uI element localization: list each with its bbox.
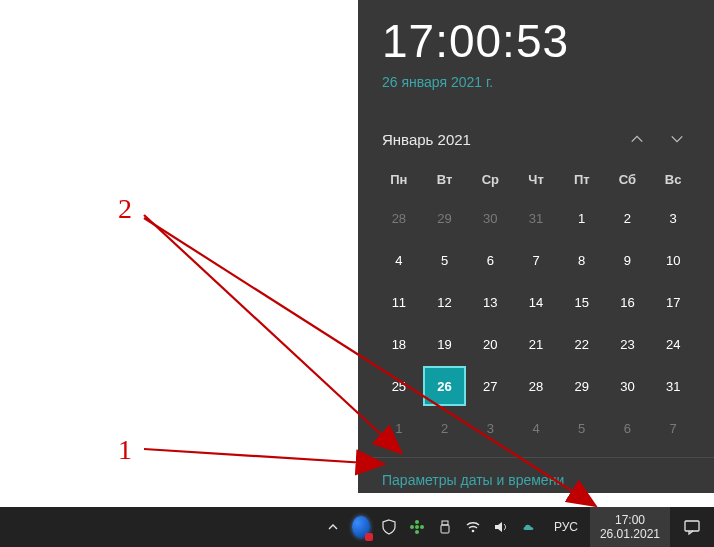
calendar-dow: Ср: [467, 166, 513, 197]
svg-rect-5: [442, 521, 448, 525]
app-tray-icon[interactable]: [408, 518, 426, 536]
calendar-day[interactable]: 2: [423, 408, 467, 448]
calendar-day[interactable]: 12: [423, 282, 467, 322]
calendar-dow: Вт: [422, 166, 468, 197]
prev-month-button[interactable]: [620, 122, 654, 156]
calendar-day[interactable]: 3: [651, 198, 695, 238]
taskbar-clock-time: 17:00: [600, 513, 660, 527]
calendar-day[interactable]: 28: [514, 366, 558, 406]
svg-rect-6: [441, 525, 449, 533]
date-time-settings-link[interactable]: Параметры даты и времени: [358, 457, 714, 502]
next-month-button[interactable]: [660, 122, 694, 156]
calendar-day[interactable]: 23: [606, 324, 650, 364]
calendar-day[interactable]: 31: [514, 198, 558, 238]
calendar-day[interactable]: 7: [651, 408, 695, 448]
calendar-day[interactable]: 29: [423, 198, 467, 238]
calendar-day[interactable]: 21: [514, 324, 558, 364]
annotation-label-1: 1: [118, 434, 132, 466]
volume-icon[interactable]: [492, 518, 510, 536]
month-header: Январь 2021: [358, 110, 714, 162]
calendar-day[interactable]: 28: [377, 198, 421, 238]
calendar-day[interactable]: 7: [514, 240, 558, 280]
calendar-day[interactable]: 10: [651, 240, 695, 280]
security-icon[interactable]: [380, 518, 398, 536]
calendar-day[interactable]: 30: [606, 366, 650, 406]
calendar-day[interactable]: 3: [468, 408, 512, 448]
chevron-up-icon: [630, 132, 644, 146]
calendar-day[interactable]: 5: [423, 240, 467, 280]
calendar-dow: Вс: [650, 166, 696, 197]
svg-point-4: [420, 525, 424, 529]
calendar-day[interactable]: 14: [514, 282, 558, 322]
system-tray: РУС: [324, 507, 590, 547]
calendar-day[interactable]: 18: [377, 324, 421, 364]
svg-rect-8: [685, 521, 699, 531]
calendar-day[interactable]: 8: [560, 240, 604, 280]
input-language[interactable]: РУС: [548, 520, 584, 534]
calendar-day[interactable]: 15: [560, 282, 604, 322]
calendar-day[interactable]: 11: [377, 282, 421, 322]
wifi-icon: [465, 519, 481, 535]
taskbar-clock-date: 26.01.2021: [600, 527, 660, 541]
cortana-icon[interactable]: [352, 518, 370, 536]
chevron-up-icon: [328, 522, 338, 532]
flyout-date-long[interactable]: 26 января 2021 г.: [382, 74, 690, 90]
calendar-day[interactable]: 4: [377, 240, 421, 280]
action-center-button[interactable]: [670, 507, 714, 547]
notification-icon: [683, 518, 701, 536]
svg-point-0: [415, 525, 419, 529]
calendar-day[interactable]: 9: [606, 240, 650, 280]
calendar-day[interactable]: 29: [560, 366, 604, 406]
calendar-day[interactable]: 19: [423, 324, 467, 364]
calendar-day[interactable]: 26: [423, 366, 467, 406]
usb-icon: [437, 519, 453, 535]
calendar-dow: Сб: [605, 166, 651, 197]
onedrive-icon[interactable]: [520, 518, 538, 536]
calendar-day[interactable]: 6: [468, 240, 512, 280]
calendar-day[interactable]: 5: [560, 408, 604, 448]
svg-point-2: [415, 530, 419, 534]
month-label[interactable]: Январь 2021: [382, 131, 614, 148]
svg-point-1: [415, 520, 419, 524]
chevron-down-icon: [670, 132, 684, 146]
calendar-day[interactable]: 27: [468, 366, 512, 406]
calendar-grid: ПнВтСрЧтПтСбВс 2829303112345678910111213…: [358, 162, 714, 457]
svg-point-3: [410, 525, 414, 529]
calendar-day[interactable]: 30: [468, 198, 512, 238]
calendar-day[interactable]: 25: [377, 366, 421, 406]
flower-icon: [409, 519, 425, 535]
calendar-day[interactable]: 1: [560, 198, 604, 238]
calendar-day[interactable]: 4: [514, 408, 558, 448]
calendar-dow: Пт: [559, 166, 605, 197]
taskbar-clock[interactable]: 17:00 26.01.2021: [590, 507, 670, 547]
calendar-day[interactable]: 31: [651, 366, 695, 406]
usb-eject-icon[interactable]: [436, 518, 454, 536]
calendar-day[interactable]: 2: [606, 198, 650, 238]
taskbar: РУС 17:00 26.01.2021: [0, 507, 714, 547]
calendar-day[interactable]: 24: [651, 324, 695, 364]
calendar-day[interactable]: 20: [468, 324, 512, 364]
shield-icon: [381, 519, 397, 535]
speaker-icon: [493, 519, 509, 535]
calendar-day[interactable]: 16: [606, 282, 650, 322]
cloud-icon: [521, 519, 537, 535]
tray-overflow-button[interactable]: [324, 518, 342, 536]
annotation-label-2: 2: [118, 193, 132, 225]
calendar-day[interactable]: 17: [651, 282, 695, 322]
calendar-day[interactable]: 22: [560, 324, 604, 364]
date-time-flyout: 17:00:53 26 января 2021 г. Январь 2021 П…: [358, 0, 714, 493]
clock-block: 17:00:53 26 января 2021 г.: [358, 0, 714, 98]
assistant-orb-icon: [352, 516, 370, 538]
calendar-day[interactable]: 13: [468, 282, 512, 322]
calendar-day[interactable]: 6: [606, 408, 650, 448]
svg-point-7: [472, 530, 475, 533]
calendar-dow: Пн: [376, 166, 422, 197]
network-icon[interactable]: [464, 518, 482, 536]
calendar-day[interactable]: 1: [377, 408, 421, 448]
calendar-dow: Чт: [513, 166, 559, 197]
flyout-time: 17:00:53: [382, 14, 690, 68]
